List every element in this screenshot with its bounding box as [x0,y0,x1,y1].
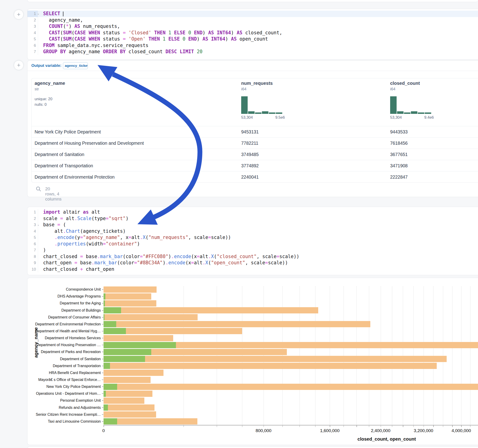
gridline [461,286,461,425]
x-axis-tick [443,425,443,427]
y-axis-tick [102,386,103,387]
bar-open-count [104,363,110,369]
code-line[interactable]: 7GROUP BY agency_name ORDER BY closed_co… [27,49,478,55]
column-header[interactable]: closed_counti6453,3049.4e6 [390,81,420,92]
y-axis-label: Department of Transportation [29,364,101,368]
code-line[interactable]: 5 CAST(SUM(CASE WHEN status = 'Open' THE… [27,36,478,42]
code-text: alt.Chart(agency_tickets) [38,228,126,235]
x-axis-tick-label: 0 [87,428,120,433]
line-number: 7 [27,49,38,55]
gridline [217,286,217,425]
bar-closed-count [104,363,437,369]
add-cell-button[interactable]: + [14,10,24,19]
code-text: CAST(SUM(CASE WHEN status = 'Closed' THE… [38,30,282,36]
next-cell-edge [27,446,478,448]
code-line[interactable]: 5 .encode(y="agency_name", x=alt.X("num_… [27,234,478,241]
x-axis-tick [315,425,316,427]
fold-chevron-icon[interactable]: ⌄ [37,222,39,228]
table-row[interactable]: Department of Transportation377489234719… [31,160,478,171]
y-axis-label: Department for the Aging [29,301,101,305]
gridline [344,286,344,425]
y-axis-tick [102,366,103,366]
x-axis-tick [217,425,217,427]
code-line[interactable]: 3 COUNT(*) AS num_requests, [27,23,478,30]
y-axis-tick [102,317,103,317]
bar-closed-count [104,335,173,341]
table-row[interactable]: Department of Sanitation37494853677651 [31,149,478,160]
code-text: chart_open = base.mark_bar(color="#8BC34… [38,260,288,266]
histogram-bar [390,96,396,114]
code-line[interactable]: 6FROM sample_data.nyc.service_requests [27,42,478,49]
code-text: import altair as alt [38,209,100,216]
code-text: CAST(SUM(CASE WHEN status = 'Open' THEN … [38,36,268,42]
bar-open-count [104,300,105,306]
table-row[interactable]: New York City Police Department945313194… [31,126,478,137]
code-line[interactable]: 1import altair as alt [27,209,478,216]
line-number: 3⌄ [27,222,38,228]
histogram-range-labels: 53,3049.5e6 [241,115,287,120]
histogram-bar [248,111,255,114]
chart-output-cell: agency_name Correspondence UnitDHS Advan… [27,278,478,445]
code-text: SELECT [38,11,63,17]
search-icon[interactable] [36,186,41,192]
gridline [183,286,184,425]
output-variable-pill[interactable]: agency_tickets [63,62,88,69]
gridline [264,286,264,425]
bar-open-count [104,391,106,397]
code-line[interactable]: 4 alt.Chart(agency_tickets) [27,228,478,235]
code-line[interactable]: 9chart_open = base.mark_bar(color="#8BC3… [27,260,478,266]
x-axis-tick [104,425,104,427]
sql-code-editor[interactable]: 1⌄SELECT 2 agency_name,3 COUNT(*) AS num… [27,11,478,55]
y-axis-tick [102,303,103,304]
table-row[interactable]: Department of Housing Preservation and D… [31,137,478,149]
code-text: chart_closed = base.mark_bar(color="#FFC… [38,254,299,260]
column-header[interactable]: agency_namestrunique: 20nulls: 0 [35,81,65,107]
cell-value: 3749485 [241,152,259,157]
line-number: 5 [27,234,38,241]
column-histogram [390,96,431,114]
code-line[interactable]: 6 .properties(width="container") [27,241,478,247]
y-axis-label: Department of Environmental Protection [29,322,101,326]
python-code-cell[interactable]: 1import altair as alt2scale = alt.Scale(… [27,207,478,275]
sql-code-cell[interactable]: 1⌄SELECT 2 agency_name,3 COUNT(*) AS num… [27,9,478,60]
y-axis-tick [102,407,103,408]
python-code-editor[interactable]: 1import altair as alt2scale = alt.Scale(… [27,209,478,272]
y-axis-label: Mayorâ€ s Office of Special Enforce… [29,378,101,382]
code-line[interactable]: 10chart_closed + chart_open [27,266,478,273]
x-axis-tick [381,425,381,427]
bar-closed-count [104,321,370,327]
x-axis-title: closed_count, open_count [350,436,424,442]
code-line[interactable]: 3⌄base = ( [27,222,478,228]
y-axis-tick [102,331,103,331]
gridline [369,286,369,425]
code-text: chart_closed + chart_open [38,266,114,273]
gridline [315,286,315,425]
histogram-bar [425,112,431,114]
fold-chevron-icon[interactable]: ⌄ [37,11,39,17]
x-axis-tick-label: 4,000,000 [445,428,477,433]
bar-closed-count [104,314,198,320]
x-axis-tick [461,425,462,427]
code-line[interactable]: 4 CAST(SUM(CASE WHEN status = 'Closed' T… [27,30,478,36]
line-number: 6 [27,42,38,49]
line-number: 2 [27,17,38,24]
add-cell-button[interactable]: + [14,60,24,70]
x-axis-tick [183,425,184,427]
histogram-bar [262,111,268,114]
code-line[interactable]: 7) [27,247,478,254]
code-line[interactable]: 8chart_closed = base.mark_bar(color="#FF… [27,254,478,260]
histogram-range-labels: 53,3049.4e6 [390,115,436,120]
column-header[interactable]: num_requestsi6453,3049.5e6 [241,81,273,92]
table-header: agency_namestrunique: 20nulls: 0num_requ… [31,78,478,126]
code-text: base = ( [38,222,66,228]
gridline [470,286,470,425]
histogram-bar [404,112,410,114]
code-line[interactable]: 1⌄SELECT [27,11,478,17]
y-axis-tick [102,352,103,352]
y-axis-label: Department of Homeless Services [29,336,101,340]
table-row[interactable]: Department of Environmental Protection22… [31,171,478,182]
y-axis-label: Department of Consumer Affairs [29,315,101,319]
cell-value: 3677651 [390,152,408,157]
code-line[interactable]: 2scale = alt.Scale(type="sqrt") [27,216,478,222]
code-line[interactable]: 2 agency_name, [27,17,478,24]
